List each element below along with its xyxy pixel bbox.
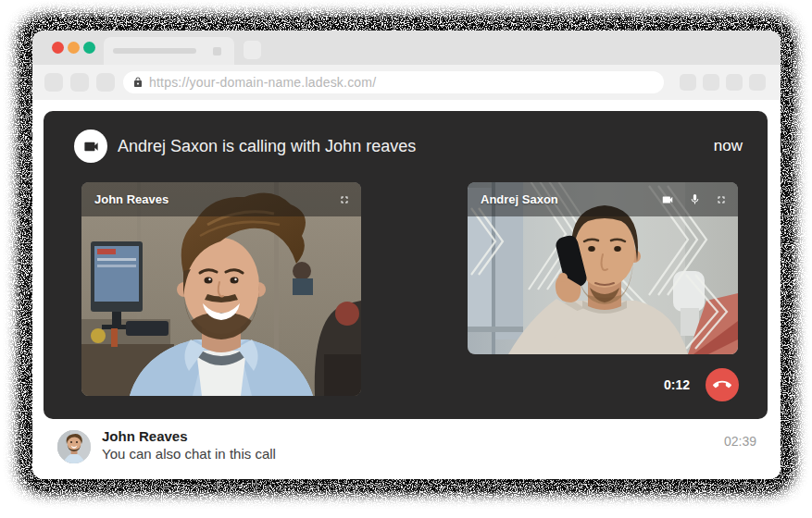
fullscreen-icon[interactable]: [716, 194, 727, 205]
avatar: [57, 430, 91, 463]
browser-titlebar: [32, 31, 781, 65]
window-close-button[interactable]: [52, 42, 64, 54]
video-overlay-bar: Andrej Saxon: [468, 182, 738, 216]
microphone-icon[interactable]: [689, 193, 701, 205]
video-overlay-bar: John Reaves: [81, 182, 361, 216]
call-timestamp: now: [714, 130, 743, 163]
extension-button-2[interactable]: [703, 74, 719, 91]
call-panel: Andrej Saxon is calling with John reaves…: [44, 111, 768, 419]
video-label-john: John Reaves: [94, 192, 169, 206]
chat-author: John Reaves: [102, 428, 188, 444]
back-button[interactable]: [44, 73, 63, 92]
hangup-button[interactable]: [706, 368, 739, 401]
new-tab-button[interactable]: [244, 41, 261, 59]
page-content: Andrej Saxon is calling with John reaves…: [32, 100, 781, 479]
tab-title-placeholder: [113, 48, 196, 54]
extension-button-3[interactable]: [726, 74, 743, 91]
avatar-image: [57, 430, 91, 463]
video-label-andrej: Andrej Saxon: [481, 192, 558, 206]
fullscreen-icon[interactable]: [339, 194, 350, 205]
lock-icon: [132, 77, 144, 88]
tab-close-icon[interactable]: [213, 47, 221, 56]
video-tile-andrej: Andrej Saxon: [468, 182, 738, 354]
video-call-icon: [74, 130, 107, 163]
browser-tab-active[interactable]: [104, 37, 234, 65]
browser-toolbar: https://your-domain-name.ladesk.com/: [32, 65, 781, 100]
window-minimize-button[interactable]: [68, 42, 80, 54]
browser-window: https://your-domain-name.ladesk.com/ And…: [32, 31, 781, 479]
chat-message-text: You can also chat in this call: [102, 446, 276, 462]
extension-button-1[interactable]: [680, 74, 696, 91]
call-timer: 0:12: [664, 368, 690, 401]
window-zoom-button[interactable]: [83, 42, 95, 54]
address-bar[interactable]: https://your-domain-name.ladesk.com/: [123, 71, 664, 93]
video-tile-john: John Reaves: [81, 182, 361, 396]
camera-icon[interactable]: [661, 193, 674, 206]
chat-timestamp: 02:39: [724, 434, 756, 449]
page-background: https://your-domain-name.ladesk.com/ And…: [0, 0, 812, 518]
call-title: Andrej Saxon is calling with John reaves: [118, 130, 416, 163]
forward-button[interactable]: [70, 73, 89, 92]
url-text: https://your-domain-name.ladesk.com/: [149, 75, 376, 90]
reload-button[interactable]: [96, 73, 115, 92]
browser-menu-button[interactable]: [749, 74, 766, 91]
call-end-icon: [713, 376, 731, 394]
